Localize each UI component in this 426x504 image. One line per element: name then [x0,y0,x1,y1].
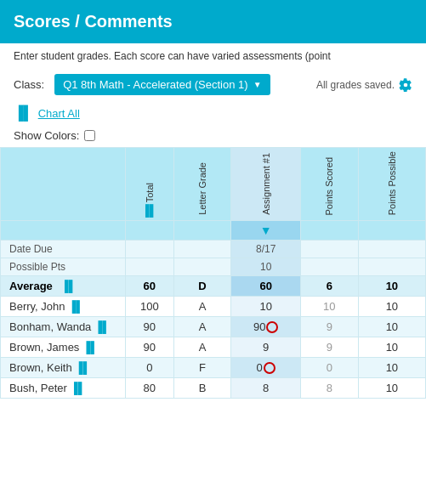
student-assignment[interactable]: 9 [231,337,300,358]
average-chart-icon[interactable]: ▐▌ [60,280,76,292]
bar-chart-icon: ▐▌ [14,105,33,121]
assignment-expand-icon[interactable]: ▼ [260,224,272,237]
chart-all-link[interactable]: Chart All [38,107,80,120]
student-assignment[interactable]: 8 [231,378,300,399]
date-due-row: Date Due 8/17 [1,241,426,258]
date-due-pts-possible [358,241,425,258]
average-pts-possible: 10 [358,276,425,297]
possible-pts-value: 10 [231,258,300,276]
student-total: 0 [126,358,174,378]
class-dropdown[interactable]: Q1 8th Math - Accelerated (Section 1) ▼ [54,74,270,95]
chevron-down-icon: ▼ [253,80,262,89]
th-sub-pts-scored [300,221,358,241]
student-assignment[interactable]: 10 [231,297,300,317]
date-due-total [126,241,174,258]
possible-pts-total [126,258,174,276]
th-sub-pts-possible [358,221,425,241]
student-pts-scored: 9 [300,317,358,337]
gear-icon[interactable] [399,78,412,92]
student-letter: A [173,337,231,358]
table-row: Bush, Peter ▐▌80B8810 [1,378,426,399]
th-sub-total [126,221,174,241]
table-row: Berry, John ▐▌100A101010 [1,297,426,317]
student-letter: F [173,358,231,378]
date-due-label: Date Due [1,241,126,258]
student-name: Bush, Peter ▐▌ [1,378,126,399]
student-chart-icon[interactable]: ▐▌ [82,341,98,354]
student-pts-possible: 10 [358,317,425,337]
average-label: Average ▐▌ [1,276,126,297]
page-header: Scores / Comments [0,0,426,43]
student-name: Brown, James ▐▌ [1,337,126,358]
student-pts-possible: 10 [358,337,425,358]
table-row: Bonham, Wanda ▐▌90A90910 [1,317,426,337]
student-chart-icon[interactable]: ▐▌ [68,300,83,313]
show-colors-label: Show Colors: [14,129,79,142]
student-pts-scored: 0 [300,358,358,378]
class-label: Class: [14,78,44,91]
possible-pts-possible [358,258,425,276]
student-pts-possible: 10 [358,297,425,317]
student-chart-icon[interactable]: ▐▌ [75,361,90,374]
table-row: Brown, James ▐▌90A9910 [1,337,426,358]
average-row: Average ▐▌ 60 D 60 6 10 [1,276,426,297]
student-assignment[interactable]: 90 [231,317,300,337]
student-assignment[interactable]: 0 [231,358,300,378]
class-dropdown-text: Q1 8th Math - Accelerated (Section 1) [63,78,248,91]
flag-icon [264,362,275,374]
student-chart-icon[interactable]: ▐▌ [94,320,110,333]
show-colors-row: Show Colors: [0,126,426,147]
student-letter: A [173,297,231,317]
th-letter-grade: Letter Grade [173,148,231,221]
total-chart-icon: ▐▌ [142,204,157,217]
student-pts-scored: 10 [300,297,358,317]
average-total: 60 [126,276,174,297]
student-name: Berry, John ▐▌ [1,297,126,317]
student-pts-scored: 8 [300,378,358,399]
student-total: 80 [126,378,174,399]
th-sub-assign[interactable]: ▼ [231,221,300,241]
average-assignment: 60 [231,276,300,297]
th-sub-letter [173,221,231,241]
date-due-letter [173,241,231,258]
grades-table: Total ▐▌ Letter Grade Assignment #1 Poin… [0,147,426,399]
th-total: Total ▐▌ [126,148,174,221]
student-total: 100 [126,297,174,317]
student-letter: B [173,378,231,399]
possible-pts-letter [173,258,231,276]
flagged-value: 90 [253,320,278,333]
date-due-value: 8/17 [231,241,300,258]
student-pts-possible: 10 [358,358,425,378]
th-points-possible: Points Possible [358,148,425,221]
student-pts-scored: 9 [300,337,358,358]
possible-pts-label: Possible Pts [1,258,126,276]
possible-pts-scored [300,258,358,276]
page-subtitle: Enter student grades. Each score can hav… [0,43,426,69]
show-colors-checkbox[interactable] [84,130,95,141]
grades-table-container: Total ▐▌ Letter Grade Assignment #1 Poin… [0,147,426,399]
th-sub-name [1,221,126,241]
student-total: 90 [126,337,174,358]
th-assignment1: Assignment #1 [231,148,300,221]
date-due-pts-scored [300,241,358,258]
student-total: 90 [126,317,174,337]
average-letter: D [173,276,231,297]
flag-icon [266,321,278,333]
student-pts-possible: 10 [358,378,425,399]
student-name: Brown, Keith ▐▌ [1,358,126,378]
column-header-row: Total ▐▌ Letter Grade Assignment #1 Poin… [1,148,426,221]
th-points-scored: Points Scored [300,148,358,221]
saved-status: All grades saved. [316,78,412,92]
table-row: Brown, Keith ▐▌0F0010 [1,358,426,378]
average-pts-scored: 6 [300,276,358,297]
th-name [1,148,126,221]
flagged-value: 0 [257,361,275,374]
class-row: Class: Q1 8th Math - Accelerated (Sectio… [0,69,426,100]
student-letter: A [173,317,231,337]
page-title: Scores / Comments [14,12,173,31]
sub-header-row: ▼ [1,221,426,241]
student-chart-icon[interactable]: ▐▌ [71,382,86,394]
chart-all-row: ▐▌ Chart All [0,100,426,126]
possible-pts-row: Possible Pts 10 [1,258,426,276]
student-name: Bonham, Wanda ▐▌ [1,317,126,337]
